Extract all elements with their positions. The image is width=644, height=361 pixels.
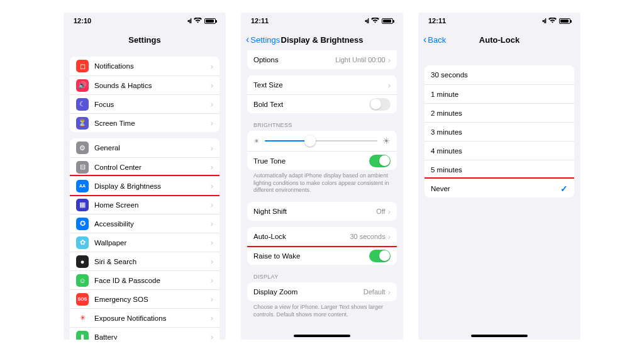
- chevron-left-icon: ‹: [423, 35, 426, 45]
- back-button[interactable]: ‹ Back: [423, 35, 446, 45]
- clock: 12:10: [74, 17, 91, 25]
- row-label: True Tone: [253, 157, 369, 165]
- settings-row-display-brightness[interactable]: AADisplay & Brightness›: [70, 176, 219, 195]
- settings-row-sounds-haptics[interactable]: 🔊Sounds & Haptics›: [70, 75, 219, 94]
- row-label: Notifications: [94, 62, 211, 70]
- brightness-slider[interactable]: [265, 140, 377, 142]
- home-indicator[interactable]: [471, 335, 528, 337]
- nav-bar: ‹ Settings Display & Brightness: [241, 29, 403, 50]
- settings-row-wallpaper[interactable]: ✿Wallpaper›: [70, 233, 219, 252]
- true-tone-toggle[interactable]: [369, 155, 391, 167]
- text-size-row[interactable]: Text Size ›: [247, 75, 397, 94]
- chevron-right-icon: ›: [211, 313, 213, 323]
- settings-row-notifications[interactable]: ◻Notifications›: [70, 57, 219, 75]
- chevron-right-icon: ›: [211, 294, 213, 304]
- options-row[interactable]: Options Light Until 00:00 ›: [247, 50, 397, 69]
- row-label: Screen Time: [94, 119, 211, 127]
- row-label: Display & Brightness: [94, 182, 211, 190]
- settings-row-face-id-passcode[interactable]: ☺Face ID & Passcode›: [70, 270, 219, 289]
- wifi-icon: [194, 17, 202, 25]
- auto-lock-options[interactable]: 30 seconds1 minute2 minutes3 minutes4 mi…: [418, 50, 580, 340]
- chevron-right-icon: ›: [388, 232, 391, 242]
- settings-row-emergency-sos[interactable]: SOSEmergency SOS›: [70, 289, 219, 308]
- row-label: Emergency SOS: [94, 296, 211, 303]
- phone-settings: 12:10 Settings ◻Notifications›🔊Sounds & …: [64, 13, 226, 340]
- row-label: Exposure Notifications: [94, 314, 211, 322]
- raise-to-wake-toggle[interactable]: [369, 250, 391, 262]
- back-label: Settings: [250, 35, 280, 45]
- settings-row-siri-search[interactable]: ●Siri & Search›: [70, 252, 219, 270]
- phone-auto-lock: 12:11 ‹ Back Auto-Lock 30 seconds1 minut…: [418, 13, 580, 340]
- row-value: Off: [376, 208, 385, 215]
- page-title: Display & Brightness: [281, 35, 364, 45]
- battery-icon: [204, 18, 216, 24]
- chevron-right-icon: ›: [211, 238, 213, 247]
- display-settings-list[interactable]: Options Light Until 00:00 › Text Size › …: [241, 50, 403, 340]
- raise-to-wake-row[interactable]: Raise to Wake: [247, 246, 397, 265]
- home-indicator[interactable]: [294, 335, 350, 337]
- chevron-right-icon: ›: [211, 275, 213, 285]
- row-label: Control Center: [94, 164, 211, 171]
- status-icons: [187, 17, 216, 25]
- row-value: Light Until 00:00: [335, 56, 386, 64]
- focus-icon: ☾: [76, 98, 89, 111]
- settings-row-control-center[interactable]: ⊟Control Center›: [70, 157, 219, 176]
- sounds-haptics-icon: 🔊: [76, 79, 89, 92]
- brightness-header: BRIGHTNESS: [241, 113, 403, 131]
- display-brightness-icon: AA: [76, 180, 89, 192]
- chevron-right-icon: ›: [211, 257, 213, 266]
- row-label: Auto-Lock: [253, 233, 350, 240]
- chevron-right-icon: ›: [211, 332, 213, 340]
- chevron-right-icon: ›: [211, 143, 213, 153]
- status-bar: 12:11: [418, 13, 580, 29]
- auto-lock-option-30-seconds[interactable]: 30 seconds: [425, 65, 574, 84]
- settings-row-focus[interactable]: ☾Focus›: [70, 94, 219, 113]
- sun-small-icon: ☀︎: [253, 137, 260, 145]
- chevron-right-icon: ›: [211, 99, 213, 109]
- battery-icon: [382, 18, 393, 24]
- back-button[interactable]: ‹ Settings: [246, 35, 280, 45]
- settings-row-home-screen[interactable]: ▦Home Screen›: [70, 195, 219, 214]
- row-label: Wallpaper: [94, 239, 211, 247]
- clock: 12:11: [251, 17, 269, 25]
- option-label: Never: [431, 185, 560, 192]
- auto-lock-row[interactable]: Auto-Lock 30 seconds ›: [247, 227, 397, 246]
- row-label: Face ID & Passcode: [94, 277, 211, 284]
- settings-list[interactable]: ◻Notifications›🔊Sounds & Haptics›☾Focus›…: [64, 50, 226, 340]
- settings-row-general[interactable]: ⚙General›: [70, 138, 219, 157]
- auto-lock-option-4-minutes[interactable]: 4 minutes: [425, 141, 574, 160]
- settings-row-exposure-notifications[interactable]: ✳Exposure Notifications›: [70, 308, 219, 327]
- exposure-notifications-icon: ✳: [76, 312, 89, 325]
- settings-row-battery[interactable]: ▮Battery›: [70, 327, 219, 340]
- bold-text-row[interactable]: Bold Text: [247, 94, 397, 113]
- cellular-signal-icon: [187, 17, 191, 25]
- notifications-icon: ◻: [76, 60, 89, 72]
- row-label: Accessibility: [94, 220, 211, 228]
- display-zoom-row[interactable]: Display Zoom Default ›: [247, 282, 397, 301]
- chevron-right-icon: ›: [211, 219, 213, 228]
- auto-lock-option-5-minutes[interactable]: 5 minutes: [425, 160, 574, 179]
- display-zoom-footer: Choose a view for iPhone. Larger Text sh…: [241, 301, 403, 319]
- chevron-right-icon: ›: [388, 55, 391, 65]
- row-label: Bold Text: [253, 101, 369, 108]
- battery-icon: ▮: [76, 331, 89, 340]
- settings-row-accessibility[interactable]: ✪Accessibility›: [70, 214, 219, 233]
- auto-lock-option-2-minutes[interactable]: 2 minutes: [425, 103, 574, 122]
- bold-text-toggle[interactable]: [369, 98, 391, 111]
- brightness-slider-row[interactable]: ☀︎ ☀︎: [247, 131, 397, 151]
- status-bar: 12:10: [64, 13, 226, 29]
- auto-lock-option-3-minutes[interactable]: 3 minutes: [425, 122, 574, 141]
- chevron-right-icon: ›: [388, 207, 391, 216]
- settings-row-screen-time[interactable]: ⏳Screen Time›: [70, 113, 219, 132]
- option-label: 5 minutes: [431, 166, 568, 174]
- night-shift-row[interactable]: Night Shift Off ›: [247, 202, 397, 221]
- status-icons: [365, 17, 393, 25]
- option-label: 4 minutes: [431, 147, 568, 155]
- row-label: Text Size: [253, 81, 388, 89]
- siri-search-icon: ●: [76, 255, 89, 268]
- chevron-right-icon: ›: [388, 287, 391, 297]
- auto-lock-option-1-minute[interactable]: 1 minute: [425, 84, 574, 103]
- display-header: DISPLAY: [241, 265, 403, 282]
- auto-lock-option-never[interactable]: Never✓: [425, 179, 574, 197]
- true-tone-row[interactable]: True Tone: [247, 151, 397, 170]
